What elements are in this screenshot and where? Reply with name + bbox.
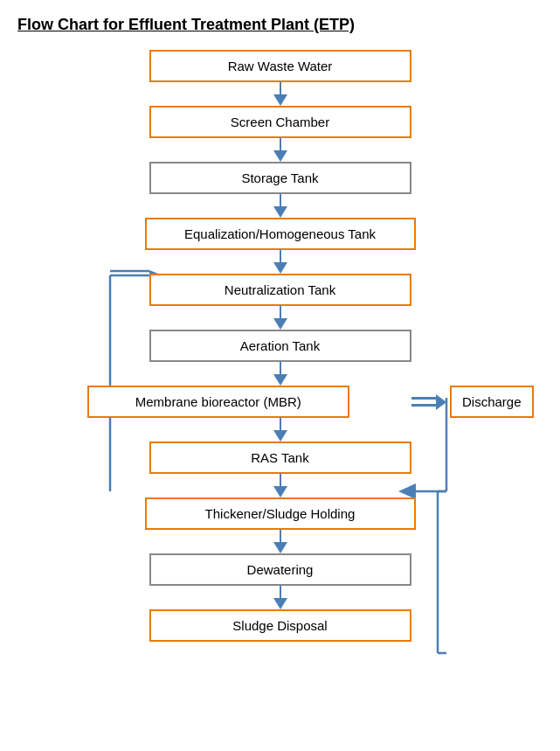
mbr-row: Membrane bioreactor (MBR) Discharge bbox=[27, 386, 534, 418]
arrow-8 bbox=[273, 474, 287, 497]
ras-row: RAS Tank bbox=[27, 442, 534, 474]
arrow-1 bbox=[273, 82, 287, 106]
dewatering-box: Dewatering bbox=[149, 553, 411, 586]
flowchart: Raw Waste Water Screen Chamber Storage T… bbox=[27, 50, 534, 642]
equalization-tank-box: Equalization/Homogeneous Tank bbox=[145, 218, 416, 250]
mbr-tank-box: Membrane bioreactor (MBR) bbox=[87, 386, 349, 418]
thickener-tank-box: Thickener/Sludge Holding bbox=[145, 497, 416, 530]
arrow-3 bbox=[273, 194, 287, 218]
sludge-disposal-box: Sludge Disposal bbox=[149, 609, 411, 642]
screen-chamber-box: Screen Chamber bbox=[149, 106, 411, 138]
arrow-7 bbox=[273, 418, 287, 442]
neutralization-row: Neutralization Tank bbox=[27, 274, 534, 306]
neutralization-tank-box: Neutralization Tank bbox=[149, 274, 411, 306]
raw-waste-water-box: Raw Waste Water bbox=[149, 50, 411, 82]
storage-tank-box: Storage Tank bbox=[149, 162, 411, 194]
aeration-tank-box: Aeration Tank bbox=[149, 330, 411, 362]
arrow-4 bbox=[273, 250, 287, 274]
arrow-6 bbox=[273, 362, 287, 386]
page-title: Flow Chart for Effluent Treatment Plant … bbox=[17, 16, 543, 34]
arrow-10 bbox=[273, 586, 287, 609]
mbr-to-discharge-arrow bbox=[411, 394, 446, 410]
arrow-2 bbox=[273, 138, 287, 162]
ras-tank-box: RAS Tank bbox=[149, 442, 411, 474]
arrow-9 bbox=[273, 530, 287, 553]
arrow-5 bbox=[273, 306, 287, 330]
discharge-box: Discharge bbox=[450, 386, 534, 418]
